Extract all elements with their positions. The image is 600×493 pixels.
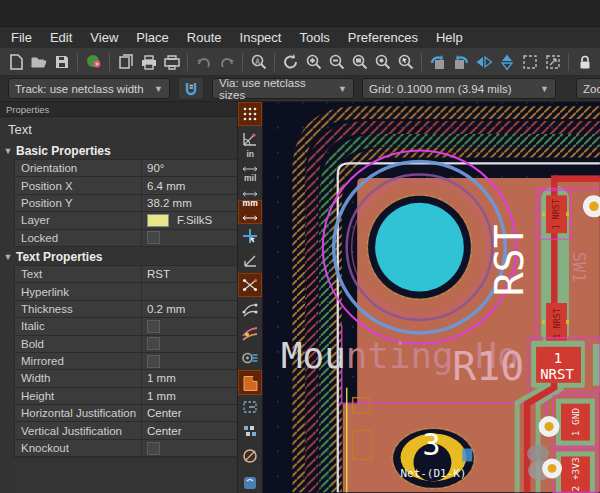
property-row-position-x: Position X 6.4 mm [15,177,237,194]
properties-empty-area [14,457,237,493]
undo-icon[interactable] [192,50,215,73]
units-mils-icon[interactable]: mil [238,175,262,199]
page-settings-icon[interactable] [114,50,137,73]
via-size-dropdown[interactable]: Via: use netclass sizes▼ [212,78,354,99]
partial-tool-icon[interactable] [238,468,262,492]
grid-dots-icon[interactable] [238,102,262,126]
silk-ref-sw1: SW1 [569,252,589,283]
chevron-down-icon: ▼ [540,84,549,94]
save-icon[interactable] [50,50,73,73]
menu-inspect[interactable]: Inspect [231,30,291,45]
unlock-icon[interactable] [596,50,600,73]
rotate-ccw-icon[interactable] [426,50,449,73]
orientation-value[interactable]: 90° [142,160,237,176]
print-icon[interactable] [137,50,160,73]
pad-label-3v3: 2 +3V3 [570,457,581,491]
menu-place[interactable]: Place [127,30,178,45]
pad-number-r10-1: 1 [554,350,562,366]
pcb-canvas[interactable]: Mou nting Ho R10 RST 1 NRST 1 N [263,102,600,493]
menu-route[interactable]: Route [178,30,231,45]
properties-panel-title: Properties [0,102,237,117]
menu-edit[interactable]: Edit [41,30,81,45]
menu-file[interactable]: File [2,30,41,45]
open-board-icon[interactable] [27,50,50,73]
menu-help[interactable]: Help [427,30,472,45]
plot-icon[interactable] [160,50,183,73]
zone-outline-display-icon[interactable] [238,395,262,419]
thickness-value[interactable]: 0.2 mm [142,301,237,317]
rotate-cw-icon[interactable] [449,50,472,73]
section-text-properties[interactable]: ▼ Text Properties [0,249,237,265]
flip-horizontal-icon[interactable] [472,50,495,73]
units-mm-icon[interactable]: mm [238,200,262,224]
zoom-auto-icon[interactable]: A [247,50,270,73]
track-width-icon[interactable] [178,77,204,100]
new-board-icon[interactable] [4,50,27,73]
zoom-fit-objects-icon[interactable] [371,50,394,73]
flip-vertical-icon[interactable] [495,50,518,73]
zoom-in-icon[interactable] [302,50,325,73]
lock-icon[interactable] [573,50,596,73]
units-inches-icon[interactable]: in [238,151,262,175]
cursor-shape-icon[interactable] [238,224,262,248]
width-value[interactable]: 1 mm [142,370,237,386]
property-row-bold: Bold [15,336,237,353]
section-basic-properties[interactable]: ▼ Basic Properties [0,143,237,159]
property-row-mirrored: Mirrored [15,353,237,370]
zoom-fit-page-icon[interactable] [348,50,371,73]
property-row-position-y: Position Y 38.2 mm [15,195,237,212]
property-row-horizontal-justification: Horizontal Justification Center [15,405,237,422]
canvas-left-toolbar: in mil mm [238,102,263,493]
zoom-selection-icon[interactable] [394,50,417,73]
silk-ref-r10: R10 [452,343,524,389]
selected-object-type: Text [0,117,237,141]
menu-view[interactable]: View [81,30,127,45]
property-row-height: Height 1 mm [15,388,237,405]
property-row-knockout: Knockout [15,440,237,457]
mirrored-checkbox[interactable] [147,355,160,368]
zoom-out-icon[interactable] [325,50,348,73]
property-row-thickness: Thickness 0.2 mm [15,301,237,318]
ratsnest-visibility-icon[interactable] [238,273,262,297]
free-angle-mode-icon[interactable] [238,248,262,272]
height-value[interactable]: 1 mm [142,388,237,404]
secondary-toolbar: Track: use netclass width▼ Via: use netc… [0,76,600,102]
main-toolbar: A [0,48,600,76]
knockout-checkbox[interactable] [147,442,160,455]
property-row-layer: Layer F.SilkS [15,212,237,229]
pad-label-sw1-top: 1 NRST [552,199,562,230]
group-icon[interactable] [518,50,541,73]
menu-preferences[interactable]: Preferences [339,30,427,45]
vertical-justification-value[interactable]: Center [142,422,237,438]
ungroup-icon[interactable] [541,50,564,73]
layer-value[interactable]: F.SilkS [142,212,237,228]
properties-panel: Properties Text ▼ Basic Properties Orien… [0,102,238,493]
refresh-icon[interactable] [279,50,302,73]
board-setup-icon[interactable] [82,50,105,73]
selected-text-rst[interactable]: RST [486,224,532,296]
locked-checkbox[interactable] [147,231,160,244]
pad-display-mode-icon[interactable] [238,346,262,370]
property-row-text: Text RST [15,266,237,283]
grid-dropdown[interactable]: Grid: 0.1000 mm (3.94 mils)▼ [362,78,556,99]
position-y-value[interactable]: 38.2 mm [142,195,237,211]
zone-fracture-display-icon[interactable] [238,419,262,443]
track-width-dropdown[interactable]: Track: use netclass width▼ [8,78,170,99]
redo-icon[interactable] [215,50,238,73]
polar-coordinates-icon[interactable] [238,126,262,150]
zone-fill-display-icon[interactable] [238,370,262,394]
menu-tools[interactable]: Tools [290,30,338,45]
kicad-pcb-editor-window: File Edit View Place Route Inspect Tools… [0,0,600,493]
bold-checkbox[interactable] [147,337,160,350]
pad-label-gnd: 1 GND [570,408,581,437]
hyperlink-value[interactable] [142,283,237,299]
horizontal-justification-value[interactable]: Center [142,405,237,421]
collapse-arrow-icon: ▼ [0,146,16,156]
position-x-value[interactable]: 6.4 mm [142,177,237,193]
net-highlight-icon[interactable] [238,322,262,346]
zoom-dropdown[interactable]: Zoom [576,78,600,99]
text-value[interactable]: RST [142,266,237,282]
sketch-mode-icon[interactable] [238,443,262,467]
curved-ratsnest-icon[interactable] [238,297,262,321]
italic-checkbox[interactable] [147,320,160,333]
